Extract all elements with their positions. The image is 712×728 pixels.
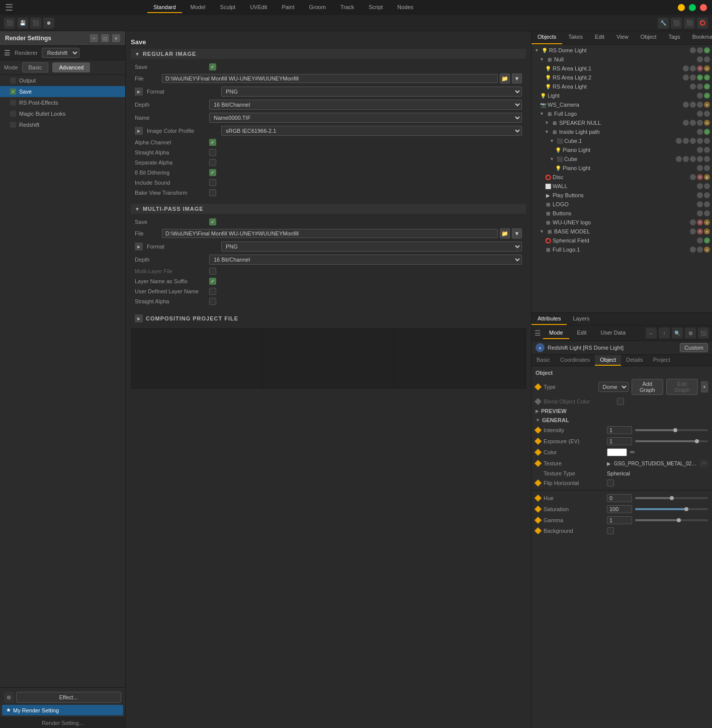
blend-check[interactable] <box>617 398 624 405</box>
multi-format-arrow[interactable]: ▶ <box>135 242 143 251</box>
edit-graph-btn[interactable]: Edit Graph <box>666 379 698 395</box>
saturation-input[interactable] <box>607 505 632 513</box>
regular-separate-alpha-check[interactable] <box>209 159 216 166</box>
attributes-tab[interactable]: Attributes <box>531 313 567 325</box>
toolbar-icon-8[interactable]: ⭕ <box>697 18 708 29</box>
attr-object-tab[interactable]: Object <box>595 355 621 366</box>
multi-straight-alpha-check[interactable] <box>209 298 216 305</box>
gamma-slider-handle[interactable] <box>677 518 681 522</box>
multi-file-input[interactable] <box>162 229 498 238</box>
general-header[interactable]: ▼ GENERAL <box>531 416 712 425</box>
tab-uvedit[interactable]: UVEdit <box>244 2 273 13</box>
objects-tab[interactable]: Objects <box>531 31 562 44</box>
tab-sculpt[interactable]: Sculpt <box>214 2 242 13</box>
preview-header[interactable]: ▶ PREVIEW <box>531 407 712 416</box>
settings-icon[interactable]: ⚙ <box>4 692 14 703</box>
nav-save[interactable]: ✓ Save <box>0 86 125 97</box>
attr-icon2[interactable]: ↑ <box>659 328 670 339</box>
saturation-slider-handle[interactable] <box>684 507 688 511</box>
regular-straight-alpha-check[interactable] <box>209 149 216 156</box>
attr-coordinates-tab[interactable]: Coordinates <box>555 355 595 366</box>
toolbar-icon-3[interactable]: ⬛ <box>30 18 41 29</box>
exposure-slider-handle[interactable] <box>695 439 699 443</box>
tab-script[interactable]: Script <box>363 2 389 13</box>
regular-file-browse-btn[interactable]: 📁 <box>500 73 510 84</box>
attr-details-tab[interactable]: Details <box>621 355 648 366</box>
nav-redshift[interactable]: Redshift <box>0 119 125 130</box>
nav-post-effects[interactable]: RS Post-Effects <box>0 97 125 108</box>
user-defined-layer-name-check[interactable] <box>209 288 216 295</box>
obj-rs-area-1[interactable]: 💡 RS Area Light.1 ✕ ● <box>531 64 712 73</box>
exposure-input[interactable] <box>607 437 632 445</box>
toolbar-icon-2[interactable]: 💾 <box>17 18 28 29</box>
regular-icp-arrow[interactable]: ▶ <box>135 127 143 135</box>
mode-basic-btn[interactable]: Basic <box>22 62 49 72</box>
tab-groom[interactable]: Groom <box>303 2 332 13</box>
texture-expand-icon[interactable]: ▶ <box>607 461 611 466</box>
intensity-slider[interactable] <box>635 429 708 431</box>
tab-model[interactable]: Model <box>185 2 212 13</box>
obj-null[interactable]: ▼ ⊞ Null <box>531 55 712 64</box>
multi-file-options-btn[interactable]: ▼ <box>512 228 522 238</box>
obj-wall[interactable]: ⬜ WALL <box>531 182 712 191</box>
close-btn[interactable] <box>700 4 707 11</box>
intensity-slider-handle[interactable] <box>673 428 677 432</box>
regular-save-check[interactable]: ✓ <box>209 63 216 70</box>
attr-icon3[interactable]: 🔍 <box>672 328 683 339</box>
rs-menu-icon[interactable]: ☰ <box>4 49 11 57</box>
multi-depth-select[interactable]: 16 Bit/Channel <box>209 255 522 265</box>
toolbar-icon-6[interactable]: ⬛ <box>671 18 682 29</box>
nav-magic-bullet[interactable]: Magic Bullet Looks <box>0 108 125 119</box>
gamma-input[interactable] <box>607 516 632 524</box>
obj-rs-dome-light[interactable]: ▼ 💡 RS Dome Light ✓ <box>531 46 712 55</box>
toolbar-icon-5[interactable]: 🔧 <box>658 18 669 29</box>
regular-depth-select[interactable]: 16 Bit/Channel <box>209 100 522 110</box>
preset-item[interactable]: ★ My Render Setting <box>2 705 123 715</box>
obj-full-logo-1[interactable]: ⊞ Full Logo.1 ● <box>531 245 712 254</box>
type-select[interactable]: Dome <box>598 382 629 392</box>
obj-logo[interactable]: ⊞ LOGO <box>531 200 712 209</box>
attr-user-data-tab[interactable]: User Data <box>595 327 632 339</box>
regular-bake-check[interactable] <box>209 189 216 196</box>
obj-cube[interactable]: ▼ ⬛ Cube <box>531 154 712 164</box>
obj-spherical-field[interactable]: ⭕ Spherical Field ✓ <box>531 236 712 245</box>
regular-sound-check[interactable] <box>209 179 216 186</box>
obj-disc[interactable]: ⭕ Disc ✕ ■ <box>531 173 712 182</box>
minimize-btn[interactable] <box>678 4 685 11</box>
multi-save-check[interactable]: ✓ <box>209 218 216 225</box>
regular-icp-select[interactable]: sRGB IEC61966-2.1 <box>221 126 522 136</box>
layer-name-suffix-check[interactable]: ✓ <box>209 278 216 285</box>
hue-slider[interactable] <box>635 497 708 499</box>
attr-icon4[interactable]: ⚙ <box>685 328 696 339</box>
maximize-btn[interactable] <box>689 4 696 11</box>
tab-nodes[interactable]: Nodes <box>391 2 419 13</box>
obj-piano-light-1[interactable]: 💡 Piano Light <box>531 145 712 154</box>
exposure-slider[interactable] <box>635 440 708 442</box>
obj-ws-camera[interactable]: 📷 WS_Camera ● <box>531 100 712 109</box>
bookmarks-menu[interactable]: Bookmarks <box>686 31 712 44</box>
takes-tab[interactable]: Takes <box>562 31 589 44</box>
obj-light[interactable]: 💡 Light ✓ <box>531 91 712 100</box>
multi-format-select[interactable]: PNG <box>221 241 522 252</box>
regular-dithering-check[interactable]: ✓ <box>209 169 216 176</box>
tab-paint[interactable]: Paint <box>276 2 300 13</box>
regular-file-options-btn[interactable]: ▼ <box>512 73 522 84</box>
view-menu[interactable]: View <box>610 31 635 44</box>
texture-menu-icon[interactable]: ⋯ <box>700 459 708 467</box>
regular-alpha-check[interactable]: ✓ <box>209 139 216 146</box>
obj-inside-light-path[interactable]: ▼ ⊞ Inside Light path ✓ <box>531 127 712 136</box>
multi-pass-header[interactable]: ▼ MULTI-PASS IMAGE <box>131 204 526 214</box>
toolbar-icon-7[interactable]: ⬛ <box>684 18 695 29</box>
toolbar-icon-4[interactable]: ⏺ <box>43 18 54 29</box>
app-menu-icon[interactable]: ☰ <box>5 2 13 13</box>
graph-dropdown-arrow[interactable]: ▼ <box>701 381 708 392</box>
rs-close[interactable]: × <box>112 34 120 42</box>
obj-base-model[interactable]: ▼ ⊞ BASE MODEL ✕ ● <box>531 227 712 236</box>
background-check[interactable] <box>607 527 614 534</box>
obj-play-buttons[interactable]: ▶ Play Buttons <box>531 191 712 200</box>
obj-rs-area[interactable]: 💡 RS Area Light ✓ <box>531 82 712 91</box>
attr-basic-tab[interactable]: Basic <box>531 355 555 366</box>
obj-piano-light-2[interactable]: 💡 Piano Light <box>531 164 712 173</box>
hue-slider-handle[interactable] <box>670 496 674 500</box>
compositing-header[interactable]: ▶ COMPOSITING PROJECT FILE <box>131 312 526 325</box>
